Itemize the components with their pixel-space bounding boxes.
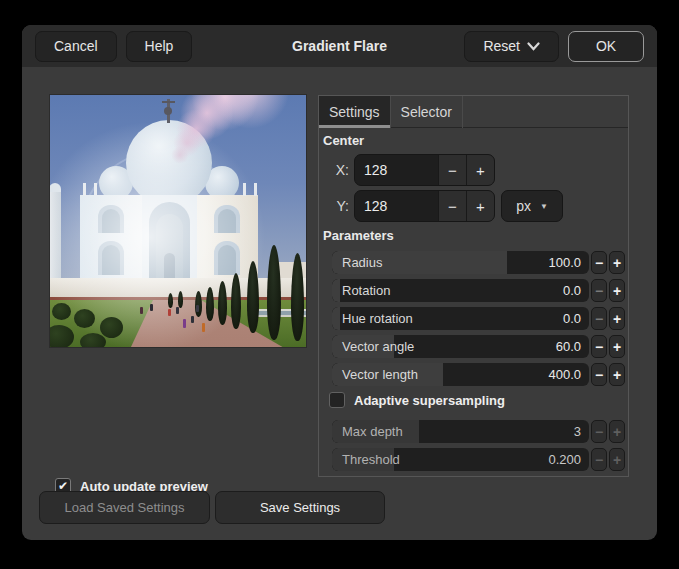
- slider-threshold: Threshold 0.200 − +: [332, 448, 625, 471]
- plus-icon: +: [613, 424, 621, 440]
- rotation-decrement-button[interactable]: −: [591, 279, 607, 302]
- plus-icon: +: [613, 452, 621, 468]
- minus-icon: −: [595, 283, 603, 299]
- minus-icon: −: [595, 255, 603, 271]
- plus-icon: +: [613, 311, 621, 327]
- max-depth-decrement-button: −: [591, 420, 607, 443]
- dropdown-arrow-icon: ▼: [540, 202, 548, 211]
- parameters-heading: Parameters: [323, 228, 394, 243]
- tab-selector[interactable]: Selector: [391, 96, 463, 128]
- tab-bar: Settings Selector: [319, 96, 628, 128]
- slider-label: Max depth: [342, 420, 403, 443]
- ok-button[interactable]: OK: [568, 31, 644, 62]
- cancel-button[interactable]: Cancel: [35, 31, 117, 62]
- max-depth-increment-button: +: [609, 420, 625, 443]
- center-heading: Center: [323, 133, 364, 148]
- titlebar: Gradient Flare Cancel Help Reset OK: [22, 25, 657, 67]
- vector-angle-decrement-button[interactable]: −: [591, 335, 607, 358]
- vector-length-decrement-button[interactable]: −: [591, 363, 607, 386]
- load-saved-settings-button[interactable]: Load Saved Settings: [39, 491, 210, 524]
- slider-value: 0.200: [548, 448, 581, 471]
- slider-value: 60.0: [556, 335, 581, 358]
- y-increment-button[interactable]: +: [466, 191, 494, 221]
- radius-increment-button[interactable]: +: [609, 251, 625, 274]
- flare-blob: [171, 146, 189, 164]
- rotation-increment-button[interactable]: +: [609, 279, 625, 302]
- slider-vector-length: Vector length 400.0 − +: [332, 363, 625, 386]
- dialog-title: Gradient Flare: [22, 38, 657, 54]
- x-decrement-button[interactable]: −: [438, 155, 466, 185]
- slider-radius: Radius 100.0 − +: [332, 251, 625, 274]
- y-label: Y:: [333, 198, 349, 214]
- x-increment-button[interactable]: +: [466, 155, 494, 185]
- minus-icon: −: [448, 162, 457, 179]
- threshold-increment-button: +: [609, 448, 625, 471]
- plus-icon: +: [476, 198, 485, 215]
- minus-icon: −: [595, 424, 603, 440]
- tab-settings[interactable]: Settings: [319, 96, 391, 128]
- x-label: X:: [333, 162, 349, 178]
- minus-icon: −: [595, 452, 603, 468]
- slider-fill: [332, 307, 340, 330]
- center-y-row: Y: 128 − + px ▼: [333, 190, 563, 222]
- adaptive-supersampling-row: Adaptive supersampling: [329, 392, 505, 408]
- radius-decrement-button[interactable]: −: [591, 251, 607, 274]
- slider-value: 0.0: [563, 279, 581, 302]
- slider-max-depth: Max depth 3 − +: [332, 420, 625, 443]
- y-decrement-button[interactable]: −: [438, 191, 466, 221]
- minus-icon: −: [595, 367, 603, 383]
- adaptive-supersampling-checkbox[interactable]: [329, 392, 345, 408]
- slider-value: 3: [574, 420, 581, 443]
- settings-panel: Settings Selector Center X: 128 − + Y: 1…: [318, 95, 629, 477]
- chevron-down-icon: [527, 42, 540, 51]
- preview-image: [49, 94, 307, 348]
- slider-track[interactable]: Radius 100.0: [332, 251, 589, 274]
- slider-hue-rotation: Hue rotation 0.0 − +: [332, 307, 625, 330]
- slider-label: Hue rotation: [342, 307, 413, 330]
- hue-rotation-decrement-button[interactable]: −: [591, 307, 607, 330]
- save-settings-button[interactable]: Save Settings: [215, 491, 385, 524]
- y-input[interactable]: 128: [355, 191, 438, 221]
- threshold-decrement-button: −: [591, 448, 607, 471]
- vector-angle-increment-button[interactable]: +: [609, 335, 625, 358]
- plus-icon: +: [613, 367, 621, 383]
- adaptive-supersampling-label: Adaptive supersampling: [354, 393, 505, 408]
- plus-icon: +: [613, 283, 621, 299]
- slider-label: Vector length: [342, 363, 418, 386]
- minus-icon: −: [595, 311, 603, 327]
- slider-track[interactable]: Vector length 400.0: [332, 363, 589, 386]
- x-input[interactable]: 128: [355, 155, 438, 185]
- unit-dropdown[interactable]: px ▼: [501, 190, 563, 222]
- slider-track[interactable]: Vector angle 60.0: [332, 335, 589, 358]
- hue-rotation-increment-button[interactable]: +: [609, 307, 625, 330]
- gradient-flare-dialog: Gradient Flare Cancel Help Reset OK: [22, 25, 657, 540]
- reset-button[interactable]: Reset: [464, 31, 559, 62]
- center-x-row: X: 128 − +: [333, 154, 495, 186]
- slider-vector-angle: Vector angle 60.0 − +: [332, 335, 625, 358]
- vector-length-increment-button[interactable]: +: [609, 363, 625, 386]
- slider-rotation: Rotation 0.0 − +: [332, 279, 625, 302]
- slider-label: Threshold: [342, 448, 400, 471]
- slider-value: 400.0: [548, 363, 581, 386]
- slider-track[interactable]: Hue rotation 0.0: [332, 307, 589, 330]
- slider-value: 0.0: [563, 307, 581, 330]
- plus-icon: +: [613, 255, 621, 271]
- slider-label: Vector angle: [342, 335, 414, 358]
- slider-track: Max depth 3: [332, 420, 589, 443]
- minus-icon: −: [595, 339, 603, 355]
- slider-label: Rotation: [342, 279, 390, 302]
- slider-value: 100.0: [548, 251, 581, 274]
- help-button[interactable]: Help: [126, 31, 193, 62]
- slider-label: Radius: [342, 251, 382, 274]
- plus-icon: +: [613, 339, 621, 355]
- slider-track: Threshold 0.200: [332, 448, 589, 471]
- slider-fill: [332, 279, 340, 302]
- slider-track[interactable]: Rotation 0.0: [332, 279, 589, 302]
- minus-icon: −: [448, 198, 457, 215]
- plus-icon: +: [476, 162, 485, 179]
